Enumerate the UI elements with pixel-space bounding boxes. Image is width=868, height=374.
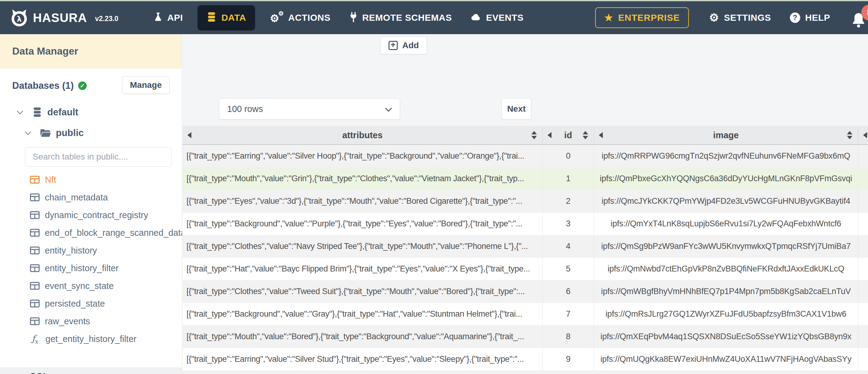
nav-item-settings[interactable]: ⚙ SETTINGS bbox=[709, 12, 771, 23]
manage-button[interactable]: Manage bbox=[122, 76, 170, 94]
nav-menu: API DATA ⚙⚙ ACTIONS bbox=[154, 5, 524, 31]
table-header-row: attributes id image bbox=[183, 126, 868, 145]
cell-image: ipfs://QmNwbd7ctEhGpVkP8nZvBBQfiNeFKRdxf… bbox=[594, 258, 858, 280]
nav-item-help[interactable]: ? HELP bbox=[790, 12, 830, 23]
collapse-column-icon[interactable] bbox=[599, 132, 603, 138]
column-header-attributes[interactable]: attributes bbox=[183, 126, 542, 144]
next-page-button[interactable]: Next bbox=[501, 98, 531, 120]
table-name: raw_events bbox=[45, 316, 90, 326]
version-label: v2.23.0 bbox=[95, 14, 118, 23]
cell-extra bbox=[858, 235, 868, 257]
enterprise-label: ENTERPRISE bbox=[618, 12, 680, 23]
table-icon bbox=[30, 229, 40, 237]
rows-per-page-wrap: 100 rows bbox=[219, 98, 400, 120]
hasura-logo-link[interactable]: λ HASURA bbox=[10, 9, 87, 27]
cell-id: 3 bbox=[542, 213, 594, 235]
svg-text:λ: λ bbox=[17, 14, 22, 24]
database-icon bbox=[207, 12, 216, 24]
nav-item-actions[interactable]: ⚙⚙ ACTIONS bbox=[270, 11, 331, 24]
tree-item-database-default[interactable]: default bbox=[18, 107, 182, 118]
notifications-button[interactable]: 8 bbox=[850, 7, 868, 28]
nav-item-data[interactable]: DATA bbox=[197, 5, 255, 31]
sidebar-table-item[interactable]: ƒx chain_metadata bbox=[0, 189, 182, 206]
table-row: [{"trait_type":"Background","value":"Pur… bbox=[183, 213, 868, 235]
column-header-image[interactable]: image bbox=[594, 126, 858, 144]
cell-image: ipfs://QmRRPWG96cmgTn2qSzjwr2qvfNEuhunv6… bbox=[594, 145, 858, 167]
tables-list: ƒx Nft ƒx chain_metadata bbox=[0, 171, 182, 348]
collapse-column-icon[interactable] bbox=[863, 132, 867, 138]
add-row-button[interactable]: Add bbox=[380, 37, 427, 54]
enterprise-button[interactable]: ★ ENTERPRISE bbox=[595, 7, 689, 28]
nav-item-api[interactable]: API bbox=[154, 12, 183, 24]
sidebar-table-item[interactable]: ƒx persisted_state bbox=[0, 295, 182, 312]
cell-extra bbox=[858, 213, 868, 235]
table-name: chain_metadata bbox=[45, 192, 108, 202]
sidebar-table-item[interactable]: ƒx dynamic_contract_registry bbox=[0, 206, 182, 224]
tree-item-schema-public[interactable]: public bbox=[26, 127, 182, 138]
hasura-logo-icon: λ bbox=[10, 9, 28, 27]
cell-attributes: [{"trait_type":"Earring","value":"Silver… bbox=[183, 145, 542, 167]
table-name: event_sync_state bbox=[45, 281, 114, 291]
chevron-down-icon[interactable] bbox=[17, 108, 23, 114]
cell-extra bbox=[858, 258, 868, 280]
nav-right-cluster: ★ ENTERPRISE ⚙ SETTINGS ? HELP 8 bbox=[595, 7, 868, 28]
nav-item-label: DATA bbox=[221, 12, 246, 23]
cell-extra bbox=[858, 167, 868, 190]
table-name: Nft bbox=[45, 175, 56, 185]
sort-icon[interactable] bbox=[583, 131, 588, 139]
column-label: id bbox=[564, 130, 572, 140]
search-tables-input[interactable] bbox=[25, 147, 172, 166]
cell-id: 5 bbox=[542, 258, 594, 280]
sidebar-sql-section[interactable]: SQL bbox=[0, 368, 182, 374]
schema-name: public bbox=[56, 127, 84, 138]
cell-image: ipfs://QmUQgKka8EW7exiUHnMwZ4UoXA11wV7NF… bbox=[594, 348, 858, 370]
collapse-column-icon[interactable] bbox=[548, 132, 552, 138]
table-icon bbox=[30, 247, 40, 254]
main-content: Add 100 rows Next attributes id image bbox=[182, 34, 868, 374]
collapse-column-icon[interactable] bbox=[187, 132, 191, 138]
cell-attributes: [{"trait_type":"Mouth","value":"Bored"},… bbox=[183, 325, 542, 348]
table-icon bbox=[30, 317, 40, 325]
column-label: attributes bbox=[342, 130, 382, 140]
table-body: [{"trait_type":"Earring","value":"Silver… bbox=[183, 145, 868, 374]
navbar: λ HASURA v2.23.0 API DATA ⚙⚙ bbox=[0, 1, 868, 34]
table-icon bbox=[30, 264, 40, 272]
sidebar-table-item[interactable]: ƒx entity_history_filter bbox=[0, 259, 182, 277]
column-label: image bbox=[713, 130, 739, 140]
sidebar-table-item[interactable]: ƒx event_sync_state bbox=[0, 277, 182, 295]
plug-icon bbox=[349, 12, 358, 24]
cell-attributes: [{"trait_type":"Background","value":"Gra… bbox=[183, 303, 542, 325]
cell-id: 8 bbox=[542, 325, 594, 348]
cell-image: ipfs://QmRsJLrg27GQ1ZWyrXZFuJFdU5bapfzsy… bbox=[594, 303, 858, 325]
cell-extra bbox=[858, 348, 868, 370]
column-header-next-partial[interactable] bbox=[858, 126, 868, 144]
database-name: default bbox=[47, 107, 79, 118]
cell-extra bbox=[858, 303, 868, 325]
sort-icon[interactable] bbox=[847, 131, 852, 139]
sidebar-table-item[interactable]: ƒx get_entity_history_filter bbox=[0, 330, 182, 348]
chevron-down-icon[interactable] bbox=[25, 128, 31, 135]
cell-image: ipfs://QmXEqPbvM4aq1SQSXN8DSuEcSo5SseYW1… bbox=[594, 325, 858, 348]
table-name: persisted_state bbox=[45, 299, 105, 309]
table-row: [{"trait_type":"Eyes","value":"3d"},{"tr… bbox=[183, 190, 868, 213]
sidebar-table-item[interactable]: ƒx Nft bbox=[0, 171, 182, 189]
help-icon: ? bbox=[790, 12, 800, 23]
nav-item-events[interactable]: EVENTS bbox=[471, 12, 523, 23]
table-icon bbox=[30, 193, 40, 201]
sidebar-table-item[interactable]: ƒx entity_history bbox=[0, 242, 182, 259]
table-row: [{"trait_type":"Clothes","value":"Navy S… bbox=[183, 235, 868, 258]
table-icon bbox=[30, 211, 40, 219]
cell-image: ipfs://QmYxT4LnK8sqLupjbS6eRvu1si7Ly2wFQ… bbox=[594, 213, 858, 235]
rows-per-page-select[interactable]: 100 rows bbox=[219, 98, 400, 120]
window-top-edge bbox=[0, 0, 868, 1]
sidebar-table-item[interactable]: ƒx end_of_block_range_scanned_data bbox=[0, 224, 182, 242]
column-header-id[interactable]: id bbox=[542, 126, 594, 144]
sidebar-table-item[interactable]: ƒx raw_events bbox=[0, 312, 182, 330]
cell-extra bbox=[858, 145, 868, 167]
table-name: entity_history_filter bbox=[45, 263, 119, 273]
page-title: Data Manager bbox=[0, 34, 182, 68]
nav-item-remote-schemas[interactable]: REMOTE SCHEMAS bbox=[349, 12, 452, 24]
sort-icon[interactable] bbox=[531, 131, 537, 139]
databases-row: Databases (1) ✓ Manage bbox=[12, 77, 170, 95]
cell-extra bbox=[858, 325, 868, 348]
